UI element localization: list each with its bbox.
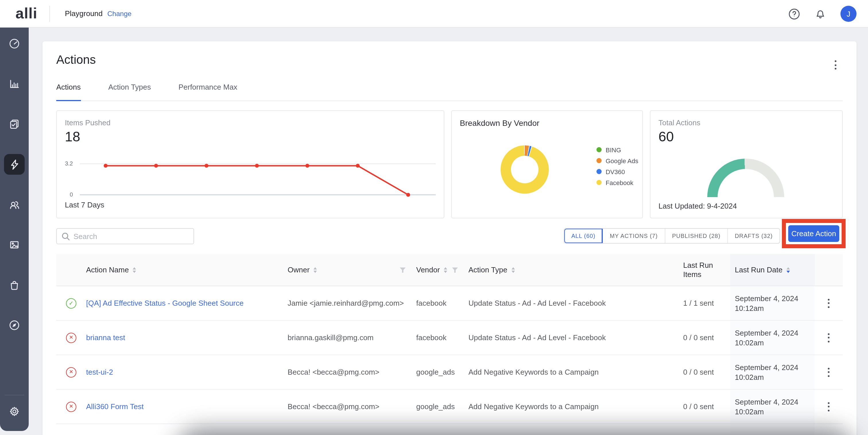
search-box[interactable] [56, 228, 194, 244]
notifications-bell-icon[interactable] [814, 7, 827, 20]
search-icon [61, 232, 70, 240]
table-body: ✓ [QA] Ad Effective Status - Google Shee… [56, 286, 843, 435]
sort-icon[interactable] [511, 267, 515, 273]
bar-chart-icon [9, 78, 20, 90]
legend-item-bing: BING [596, 147, 639, 153]
sort-icon-active-desc[interactable] [786, 267, 790, 273]
row-menu-kebab-icon[interactable] [824, 400, 834, 413]
filter-drafts[interactable]: DRAFTS (32) [728, 229, 780, 243]
stats-row: Items Pushed 18 3.2 0 Last 7 Days Breakd… [56, 110, 843, 219]
action-name-link[interactable]: Alli360 Form Test [86, 402, 144, 411]
error-status-icon: ✕ [66, 367, 76, 377]
change-workspace-link[interactable]: Change [107, 10, 131, 18]
filter-funnel-icon[interactable] [400, 267, 406, 273]
action-name-link[interactable]: test-ui-2 [86, 368, 113, 376]
column-action-type[interactable]: Action Type [465, 254, 681, 286]
column-last-run-date[interactable]: Last Run Date [730, 254, 815, 286]
tab-performance-max[interactable]: Performance Max [179, 83, 237, 100]
page-menu-kebab-icon[interactable] [830, 59, 840, 71]
sort-icon[interactable] [444, 267, 447, 273]
vendor-cell: google_ads [413, 389, 465, 424]
legend-item-google-ads: Google Ads [596, 157, 639, 164]
sidebar-item-actions[interactable] [4, 154, 25, 175]
marketplace-bag-icon [9, 279, 20, 291]
actions-table: Action Name Owner Vendor [56, 254, 843, 435]
user-avatar[interactable]: J [840, 6, 857, 22]
tab-action-types[interactable]: Action Types [108, 83, 151, 100]
dashboard-gauge-icon [9, 38, 20, 50]
row-menu-kebab-icon[interactable] [824, 331, 834, 344]
total-actions-gauge-chart [707, 158, 784, 197]
filter-published[interactable]: PUBLISHED (28) [665, 229, 728, 243]
sidebar-item-settings[interactable] [4, 401, 25, 422]
create-action-button[interactable]: Create Action [788, 225, 839, 242]
items-pushed-line-chart [60, 154, 439, 204]
sidebar-item-dashboard[interactable] [4, 33, 25, 54]
main-content: Actions Actions Action Types Performance… [29, 28, 868, 435]
column-owner[interactable]: Owner [284, 254, 413, 286]
bing-legend-dot [596, 147, 601, 152]
sidebar-item-reports[interactable] [4, 74, 25, 94]
sort-icon[interactable] [133, 267, 136, 273]
sidebar-item-explore[interactable] [4, 315, 25, 336]
filter-funnel-icon[interactable] [452, 267, 458, 273]
last-run-date-cell: September 4, 202410:02am [730, 389, 815, 424]
table-row: ✕ test-ui-2 Becca! <becca@pmg.com> googl… [56, 355, 843, 389]
last-run-items-cell: 1 / 1 sent [681, 286, 730, 320]
owner-cell: Becca! <becca@pmg.com> [284, 389, 413, 424]
owner-cell: Jamie <jamie.reinhard@pmg.com> [284, 286, 413, 320]
alli-logo: alli [16, 5, 37, 22]
media-image-icon [9, 239, 20, 251]
sidebar-item-audiences[interactable] [4, 194, 25, 215]
filter-segmented-control: ALL (60) MY ACTIONS (7) PUBLISHED (28) D… [564, 228, 780, 244]
column-vendor[interactable]: Vendor [413, 254, 465, 286]
search-input[interactable] [73, 232, 183, 240]
bottom-overlay-shadow [175, 430, 856, 435]
help-icon[interactable] [787, 7, 800, 20]
tab-actions[interactable]: Actions [56, 83, 81, 100]
row-menu-kebab-icon[interactable] [824, 297, 834, 310]
action-name-link[interactable]: brianna test [86, 333, 125, 342]
last-run-items-cell: 0 / 0 sent [681, 355, 730, 389]
app-window: alli Playground Change J [0, 0, 868, 435]
sort-icon[interactable] [314, 267, 317, 273]
last-run-date-cell: September 4, 202410:02am [730, 321, 815, 354]
header-divider [50, 6, 50, 22]
filter-all[interactable]: ALL (60) [564, 229, 603, 243]
last-run-items-cell: 0 / 0 sent [681, 321, 730, 354]
action-name-link[interactable]: [QA] Ad Effective Status - Google Sheet … [86, 299, 244, 308]
sidebar-item-marketplace[interactable] [4, 275, 25, 295]
table-header-row: Action Name Owner Vendor [56, 254, 843, 286]
legend-item-facebook: Facebook [596, 179, 639, 185]
last-run-date-cell: September 4, 202410:02am [730, 355, 815, 389]
table-row: ✕ Alli360 Form Test Becca! <becca@pmg.co… [56, 389, 843, 424]
sidebar-item-tasks[interactable] [4, 114, 25, 135]
page-title: Actions [56, 53, 96, 67]
row-menu-kebab-icon[interactable] [824, 366, 834, 378]
error-status-icon: ✕ [66, 401, 76, 412]
total-actions-footer: Last Updated: 9-4-2024 [658, 202, 737, 210]
sidebar-item-media[interactable] [4, 234, 25, 255]
dv360-legend-dot [596, 169, 601, 174]
table-row: ✕ brianna test brianna.gaskill@pmg.com f… [56, 321, 843, 355]
column-action-name[interactable]: Action Name [86, 254, 284, 286]
action-type-cell: Update Status - Ad - Ad Level - Facebook [465, 286, 681, 320]
filter-my-actions[interactable]: MY ACTIONS (7) [603, 229, 665, 243]
action-type-cell: Update Status - Ad - Ad Level - Facebook [465, 321, 681, 354]
action-type-cell: Add Negative Keywords to a Campaign [465, 389, 681, 424]
total-actions-card: Total Actions 60 Last Updated: 9-4-2024 [650, 110, 843, 219]
vendor-breakdown-card: Breakdown By Vendor BING Google Ads [451, 110, 643, 219]
vendor-cell: google_ads [413, 355, 465, 389]
sidebar-nav [0, 28, 29, 431]
workspace-label: Playground [65, 9, 103, 18]
last-run-date-cell: September 4, 202410:12am [730, 286, 815, 320]
items-pushed-card: Items Pushed 18 3.2 0 Last 7 Days [56, 110, 444, 219]
vendor-breakdown-title: Breakdown By Vendor [460, 118, 539, 127]
vendor-cell: facebook [413, 321, 465, 354]
table-row: ✓ [QA] Ad Effective Status - Google Shee… [56, 286, 843, 321]
owner-cell: Becca! <becca@pmg.com> [284, 355, 413, 389]
table-toolbar: ALL (60) MY ACTIONS (7) PUBLISHED (28) D… [56, 225, 843, 254]
vendor-legend: BING Google Ads DV360 Facebook [596, 147, 639, 185]
total-actions-value: 60 [658, 129, 674, 145]
sidebar-divider [5, 395, 24, 395]
